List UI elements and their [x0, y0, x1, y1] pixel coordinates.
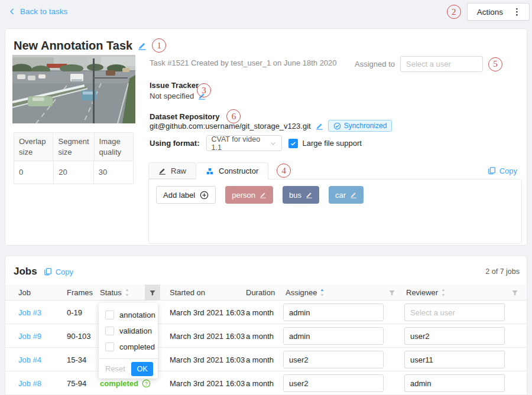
param-header-segment: Segment size [53, 133, 94, 161]
filter-option-validation[interactable]: validation [99, 323, 158, 339]
job-started: March 3rd 2021 16:03 [170, 348, 245, 371]
assignee-input[interactable] [283, 303, 384, 321]
checkbox-validation[interactable] [105, 327, 114, 335]
reviewer-input[interactable] [404, 327, 505, 345]
job-status: completed [100, 379, 138, 388]
assignee-sorter[interactable] [320, 288, 325, 297]
job-row: Job #3 0-19 March 3rd 2021 16:03 a month [5, 301, 527, 324]
job-link[interactable]: Job #8 [18, 379, 41, 388]
cvat-task-page: Back to tasks 2 Actions ⋮ New Annotation… [0, 0, 532, 395]
add-label-button[interactable]: Add label [156, 186, 216, 204]
job-frames: 15-34 [67, 348, 86, 371]
copy-labels-label: Copy [499, 167, 517, 175]
copy-jobs-button[interactable]: Copy [44, 267, 73, 276]
label-chip-person[interactable]: person [225, 186, 273, 204]
param-header-overlap: Overlap size [14, 133, 53, 161]
reviewer-input[interactable] [404, 303, 505, 321]
back-link-label: Back to tasks [20, 7, 67, 16]
repository-url: git@github.com:username/git_storage_v123… [150, 122, 311, 130]
reviewer-input[interactable] [404, 374, 505, 392]
assigned-to-input[interactable] [400, 56, 483, 72]
jobs-count: 2 of 7 jobs [485, 267, 520, 276]
reviewer-filter-button[interactable] [511, 285, 518, 301]
annotation-marker-2: 2 [447, 5, 461, 19]
label-chip-bus-name: bus [289, 191, 301, 200]
col-status[interactable]: Status [100, 285, 129, 301]
col-frames: Frames [67, 285, 93, 301]
annotation-marker-4: 4 [277, 164, 291, 178]
assignee-filter-button[interactable] [388, 285, 395, 301]
col-reviewer[interactable]: Reviewer [406, 285, 446, 301]
param-value-quality: 30 [94, 161, 133, 184]
filter-ok-button[interactable]: OK [131, 362, 153, 376]
caret-up-icon [441, 288, 446, 292]
job-row: Job #8 75-94 completed March 3rd 2021 16… [5, 371, 527, 395]
format-select-value: CVAT for video 1.1 [212, 135, 270, 152]
job-started: March 3rd 2021 16:03 [170, 301, 245, 324]
large-file-support-checkbox[interactable] [288, 139, 298, 148]
param-header-quality: Image quality [95, 133, 133, 161]
add-label-text: Add label [163, 191, 195, 200]
assignee-input[interactable] [283, 351, 384, 368]
checkbox-completed[interactable] [105, 342, 114, 351]
check-circle-icon [333, 122, 341, 130]
caret-down-icon [441, 293, 446, 297]
col-assignee[interactable]: Assignee [286, 285, 325, 301]
jobs-table-header: Job Frames Status Started on Duration As… [5, 285, 527, 301]
copy-labels-button[interactable]: Copy [488, 167, 517, 175]
job-duration: a month [246, 348, 274, 371]
param-value-overlap: 0 [14, 161, 54, 184]
jobs-title: Jobs [14, 266, 37, 278]
label-chip-car-name: car [335, 191, 346, 200]
back-to-tasks-link[interactable]: Back to tasks [8, 7, 67, 16]
status-sorter[interactable] [125, 288, 129, 297]
job-link[interactable]: Job #4 [18, 355, 41, 364]
edit-repository-icon[interactable] [316, 122, 323, 130]
label-chip-bus[interactable]: bus [283, 186, 319, 204]
job-frames: 90-103 [67, 324, 90, 348]
job-row: Job #4 15-34 March 3rd 2021 16:03 a mont… [5, 348, 527, 371]
job-frames: 0-19 [67, 301, 82, 324]
question-circle-icon[interactable] [142, 379, 151, 388]
sync-status-label: Synchronized [344, 122, 387, 130]
reviewer-input[interactable] [404, 351, 505, 368]
job-link[interactable]: Job #3 [18, 308, 41, 317]
assignee-input[interactable] [283, 327, 384, 345]
actions-label: Actions [477, 8, 503, 17]
label-chip-car[interactable]: car [329, 186, 364, 204]
edit-task-name-icon[interactable] [138, 41, 147, 50]
col-started: Started on [170, 285, 205, 301]
annotation-marker-5: 5 [488, 57, 502, 71]
status-filter-dropdown: annotation validation completed Reset OK [99, 303, 158, 378]
sync-status-badge: Synchronized [328, 120, 392, 132]
job-link[interactable]: Job #9 [18, 332, 41, 341]
pencil-icon [158, 167, 166, 175]
col-job: Job [18, 285, 31, 301]
tab-constructor-label: Constructor [219, 167, 258, 175]
job-duration: a month [246, 301, 274, 324]
format-select[interactable]: CVAT for video 1.1 [206, 135, 282, 151]
edit-label-icon[interactable] [259, 191, 267, 198]
tab-constructor[interactable]: Constructor [196, 162, 268, 179]
filter-option-annotation[interactable]: annotation [99, 307, 158, 323]
assignee-input[interactable] [283, 374, 384, 392]
task-meta: Task #1521 Created by test_user_1 on Jun… [150, 58, 337, 67]
edit-label-icon[interactable] [350, 191, 357, 198]
caret-down-icon [125, 293, 129, 297]
chevron-left-icon [8, 8, 16, 15]
reviewer-sorter[interactable] [441, 288, 446, 297]
filter-option-completed[interactable]: completed [99, 339, 158, 355]
tab-raw[interactable]: Raw [148, 162, 196, 179]
caret-up-icon [320, 288, 325, 292]
top-bar: Back to tasks 2 Actions ⋮ [0, 0, 532, 28]
status-filter-button[interactable] [145, 285, 160, 301]
filter-reset-button[interactable]: Reset [105, 364, 125, 373]
actions-button[interactable]: Actions ⋮ [467, 3, 530, 21]
label-constructor: Add label person bus car [148, 179, 522, 244]
edit-label-icon[interactable] [306, 191, 313, 198]
checkbox-annotation[interactable] [105, 311, 114, 319]
job-started: March 3rd 2021 16:03 [170, 371, 245, 395]
filter-funnel-icon [511, 289, 518, 296]
tab-raw-label: Raw [171, 167, 186, 175]
copy-jobs-label: Copy [56, 267, 73, 276]
